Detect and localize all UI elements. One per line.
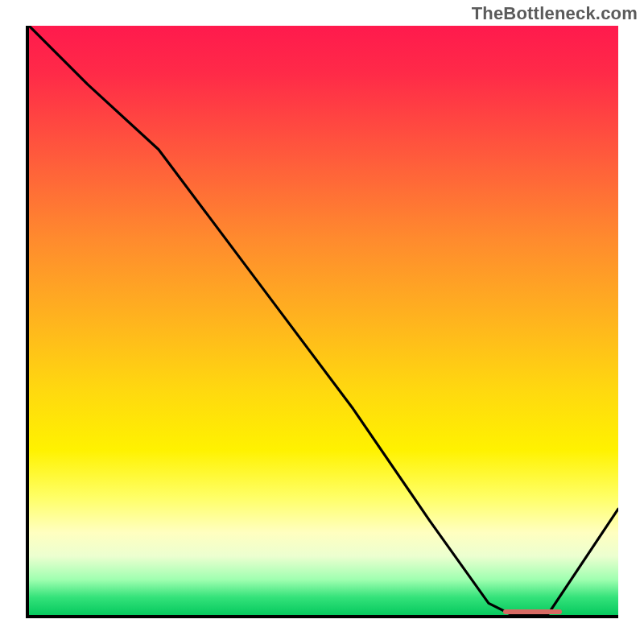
watermark-text: TheBottleneck.com bbox=[472, 3, 638, 24]
chart-background-gradient bbox=[29, 26, 618, 615]
chart-optimum-marker bbox=[503, 609, 563, 614]
chart-plot-area bbox=[26, 26, 618, 618]
